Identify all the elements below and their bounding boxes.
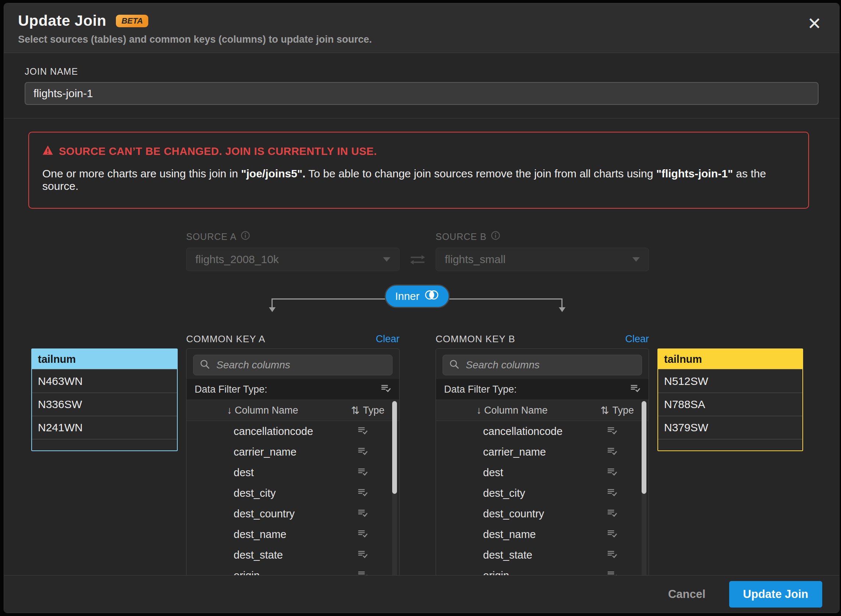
join-type-button[interactable]: Inner xyxy=(384,285,450,308)
info-icon xyxy=(240,231,250,242)
column-type-icon xyxy=(335,466,399,479)
column-row[interactable]: cancellationcode xyxy=(436,421,649,441)
table-b-header: tailnum xyxy=(658,349,802,370)
cancel-button[interactable]: Cancel xyxy=(666,587,708,601)
table-a-rows: N463WN N336SW N241WN xyxy=(32,370,177,439)
column-name: dest_city xyxy=(186,487,335,499)
common-key-b-column: COMMON KEY B Clear xyxy=(435,332,649,585)
column-name: dest xyxy=(436,466,584,479)
column-name: dest_city xyxy=(436,487,584,499)
update-join-button[interactable]: Update Join xyxy=(729,581,822,607)
info-icon xyxy=(491,231,500,242)
table-row: N241WN xyxy=(32,416,177,439)
update-join-dialog: Update Join BETA Select sources (tables)… xyxy=(4,3,840,613)
source-b-block: SOURCE B flights_small xyxy=(435,231,649,271)
chevron-down-icon xyxy=(383,257,390,262)
column-type-icon xyxy=(584,446,649,458)
common-key-a-label: COMMON KEY A xyxy=(186,333,265,345)
filter-type-icon[interactable] xyxy=(630,383,640,396)
column-row[interactable]: dest_state xyxy=(436,545,649,565)
sort-by-name-header[interactable]: ↓ Column Name xyxy=(186,405,335,416)
close-button[interactable]: ✕ xyxy=(806,14,823,34)
clear-key-b-button[interactable]: Clear xyxy=(625,333,649,345)
column-list-a: cancellationcode xyxy=(186,421,399,585)
section-divider xyxy=(4,118,839,119)
search-columns-a-input[interactable] xyxy=(215,359,386,371)
column-row[interactable]: cancellationcode xyxy=(186,421,399,441)
column-name: dest_country xyxy=(436,508,584,520)
warning-title-text: SOURCE CAN’T BE CHANGED. JOIN IS CURRENT… xyxy=(59,145,377,157)
common-key-b-panel: Data Filter Type: ↓ Column Name xyxy=(435,349,649,585)
column-type-icon xyxy=(584,487,649,499)
keys-section: tailnum N463WN N336SW N241WN COMMON KEY … xyxy=(31,332,839,585)
search-icon xyxy=(449,359,460,371)
search-icon xyxy=(199,359,210,371)
column-row[interactable]: dest_country xyxy=(436,503,649,524)
connector-line-left xyxy=(271,298,273,308)
join-connector: Inner xyxy=(271,284,563,315)
column-row[interactable]: dest_state xyxy=(186,545,399,565)
source-a-label: SOURCE A xyxy=(186,232,237,242)
source-a-select: flights_2008_10k xyxy=(186,248,400,271)
dialog-title: Update Join xyxy=(18,12,106,29)
column-row[interactable]: dest_city xyxy=(436,483,649,503)
table-a-preview: tailnum N463WN N336SW N241WN xyxy=(31,349,178,451)
table-a-header: tailnum xyxy=(32,349,177,370)
column-list-header-b: ↓ Column Name ⇅ Type xyxy=(436,400,649,421)
swap-icon xyxy=(409,253,426,268)
column-type-icon xyxy=(584,507,649,520)
column-list-header-a: ↓ Column Name ⇅ Type xyxy=(186,400,399,421)
column-row[interactable]: dest xyxy=(436,462,649,483)
table-row: N379SW xyxy=(658,416,802,439)
table-b-rows: N512SW N788SA N379SW xyxy=(658,370,802,439)
column-row[interactable]: dest_country xyxy=(186,503,399,524)
clear-key-a-button[interactable]: Clear xyxy=(376,333,400,345)
sort-both-icon: ⇅ xyxy=(351,405,359,417)
source-b-select: flights_small xyxy=(435,248,649,271)
swap-sources-button xyxy=(400,231,435,268)
column-type-icon xyxy=(335,528,399,541)
column-row[interactable]: dest xyxy=(186,462,399,483)
source-a-block: SOURCE A flights_2008_10k xyxy=(186,231,400,271)
column-row[interactable]: dest_name xyxy=(436,524,649,545)
column-name: carrier_name xyxy=(436,446,584,458)
table-row-partial xyxy=(658,439,802,450)
column-row[interactable]: dest_city xyxy=(186,483,399,503)
connector-line-right xyxy=(561,298,563,308)
sources-row: SOURCE A flights_2008_10k xyxy=(186,231,839,271)
column-name: dest_name xyxy=(186,528,335,541)
column-type-icon xyxy=(584,425,649,437)
scrollbar-thumb[interactable] xyxy=(392,401,397,494)
column-name: dest_state xyxy=(436,549,584,561)
column-row[interactable]: carrier_name xyxy=(436,441,649,462)
column-type-icon xyxy=(584,528,649,541)
sort-by-name-header[interactable]: ↓ Column Name xyxy=(436,405,584,416)
sort-descending-icon: ↓ xyxy=(227,405,232,416)
scrollbar-thumb[interactable] xyxy=(642,401,646,494)
table-row-partial xyxy=(32,439,177,450)
table-b-column: tailnum N512SW N788SA N379SW xyxy=(658,332,803,451)
sort-by-type-header[interactable]: ⇅ Type xyxy=(335,405,399,417)
data-filter-type-label: Data Filter Type: xyxy=(444,384,517,395)
join-type-label: Inner xyxy=(395,290,419,302)
column-name: cancellationcode xyxy=(436,425,584,437)
column-type-icon xyxy=(335,425,399,437)
arrow-down-right-icon xyxy=(559,307,566,312)
join-name-input[interactable] xyxy=(25,82,819,105)
venn-inner-join-icon xyxy=(424,289,439,303)
common-key-a-column: COMMON KEY A Clear xyxy=(186,332,400,585)
filter-type-icon[interactable] xyxy=(380,383,391,396)
column-row[interactable]: dest_name xyxy=(186,524,399,545)
dialog-footer: Cancel Update Join xyxy=(4,575,839,613)
column-type-icon xyxy=(335,549,399,561)
common-key-a-panel: Data Filter Type: ↓ Column Name xyxy=(186,349,400,585)
data-filter-type-row-a: Data Filter Type: xyxy=(186,379,399,400)
column-type-icon xyxy=(335,507,399,520)
common-key-b-label: COMMON KEY B xyxy=(435,333,516,345)
search-columns-b-input[interactable] xyxy=(465,359,636,371)
search-columns-a xyxy=(193,355,393,375)
column-row[interactable]: carrier_name xyxy=(186,441,399,462)
chevron-down-icon xyxy=(632,257,640,262)
sort-by-type-header[interactable]: ⇅ Type xyxy=(584,405,649,417)
column-name: dest_country xyxy=(186,508,335,520)
